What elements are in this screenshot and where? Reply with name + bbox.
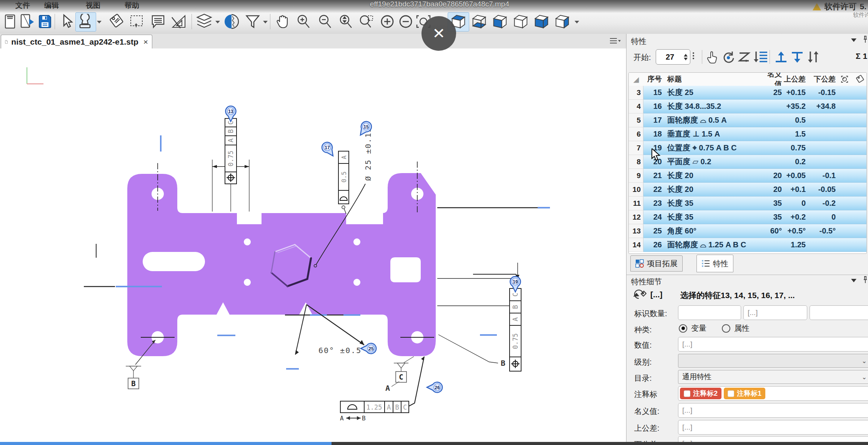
table-row[interactable]: 517面轮廓度 ⌓ 0.5 A0.5	[629, 113, 866, 127]
table-row[interactable]: 416长度 34.8...35.2+35.2+34.8	[629, 100, 866, 113]
balloon-17[interactable]: 17	[320, 140, 337, 159]
table-row[interactable]: 1224长度 3535+0.20	[629, 210, 866, 224]
zoom-in-icon[interactable]	[295, 12, 312, 31]
tag-icon[interactable]	[107, 12, 125, 31]
table-row[interactable]: 618垂直度 ⊥ 1.5 A1.5	[629, 127, 866, 141]
view-cube-iso-icon[interactable]	[553, 12, 571, 31]
row-gutter[interactable]: 12	[629, 210, 643, 224]
balloon-26[interactable]: 26	[427, 382, 442, 393]
select-arrow-icon[interactable]	[58, 12, 76, 31]
view-cube-front-icon[interactable]	[532, 12, 550, 31]
col-lower[interactable]: 下公差	[806, 74, 836, 84]
row-gutter[interactable]: 5	[629, 113, 643, 127]
fcf-position-right[interactable]: C B A 0.75	[510, 288, 521, 371]
comment-icon[interactable]	[149, 12, 167, 31]
minus-icon[interactable]	[397, 12, 415, 31]
cad-viewport[interactable]: C B A 0.75 A 0.5	[0, 48, 626, 445]
view-cube-right-icon[interactable]	[511, 12, 529, 31]
spin-down-icon[interactable]	[684, 58, 688, 60]
table-header[interactable]: ◢ 序号 标题 名义值 上公差 下公差	[629, 73, 866, 86]
tab-characteristics[interactable]: 特性	[696, 255, 733, 272]
table-row[interactable]: 1022长度 2020+0.1-0.05	[629, 183, 866, 197]
row-gutter[interactable]: 8	[629, 155, 643, 169]
plus-icon[interactable]	[378, 12, 396, 31]
sort-updown-icon[interactable]	[806, 50, 820, 64]
zoom-fit-icon[interactable]	[337, 12, 355, 31]
datum-c[interactable]: C	[394, 357, 414, 382]
stamp-icon[interactable]	[76, 12, 94, 31]
table-row[interactable]: 1426面轮廓度 ⌓ 1.25 A B C1.25	[629, 238, 866, 252]
video-close-button[interactable]: ✕	[422, 16, 456, 51]
row-gutter[interactable]: 7	[629, 141, 643, 155]
radio-variable[interactable]: 变量	[679, 323, 706, 333]
checkbox-icon[interactable]	[684, 390, 690, 397]
note-chip-field[interactable]: 注释标2 注释标1	[678, 386, 868, 401]
note-chip-1[interactable]: 注释标1	[724, 388, 765, 399]
note-chip-2[interactable]: 注释标2	[680, 388, 721, 399]
id-count-input-2[interactable]: [...]	[743, 305, 807, 320]
col-title[interactable]: 标题	[662, 74, 760, 84]
table-row[interactable]: 1123长度 35350-0.2	[629, 197, 866, 210]
video-progress-bar[interactable]	[0, 442, 868, 445]
panel-menu-icon[interactable]	[609, 37, 621, 45]
zoom-out-icon[interactable]	[316, 12, 334, 31]
stamp-dropdown-caret[interactable]	[97, 21, 102, 23]
fcf-profile-top[interactable]: A 0.5	[338, 151, 349, 214]
spin-up-icon[interactable]	[684, 54, 688, 57]
nominal-input[interactable]: [...]	[678, 403, 868, 418]
open-document-icon[interactable]	[18, 12, 36, 31]
clip-half-icon[interactable]	[224, 12, 242, 31]
catalog-select[interactable]: 通用特性 ⌄	[678, 370, 868, 384]
view-cube-left-icon[interactable]	[491, 12, 508, 31]
spinner-menu-icon[interactable]	[693, 52, 694, 59]
table-row[interactable]: 1325角度 60°60°+0.5°-0.5°	[629, 224, 866, 238]
layers-dropdown-caret[interactable]	[215, 21, 220, 23]
sort-corner-icon[interactable]: ◢	[629, 75, 643, 84]
tag-filter-icon[interactable]	[853, 75, 866, 84]
upper-input[interactable]: [...]	[678, 420, 868, 435]
fcf-position-top[interactable]: C B A 0.75	[212, 118, 249, 212]
marquee-select-icon[interactable]	[128, 12, 145, 31]
row-gutter[interactable]: 13	[629, 224, 643, 238]
panel-collapse-icon[interactable]	[851, 38, 856, 42]
id-count-input-3[interactable]	[810, 305, 868, 320]
row-gutter[interactable]: 3	[629, 86, 643, 100]
save-icon[interactable]	[36, 12, 54, 31]
detail-pin-icon[interactable]	[863, 276, 868, 284]
filter-icon[interactable]	[244, 12, 262, 31]
tab-close-icon[interactable]: ×	[143, 37, 148, 47]
pick-hand-icon[interactable]	[706, 50, 719, 64]
view-cube-bottom-icon[interactable]	[470, 12, 488, 31]
fcf-profile-bottom[interactable]: 1.25 A B C A B	[340, 357, 424, 422]
selection-tag-icon[interactable]	[633, 288, 646, 301]
col-upper[interactable]: 上公差	[782, 74, 806, 84]
col-seq[interactable]: 序号	[643, 74, 662, 84]
zoom-window-icon[interactable]	[358, 12, 375, 31]
table-row[interactable]: 719位置度 ⌖ 0.75 A B C0.75	[629, 141, 866, 155]
layers-icon[interactable]	[195, 12, 213, 31]
start-spinner[interactable]: 27	[656, 49, 690, 65]
z-order-icon[interactable]	[738, 50, 751, 64]
panel-pin-icon[interactable]	[863, 35, 868, 44]
sort-list-icon[interactable]	[753, 50, 768, 64]
pan-hand-icon[interactable]	[274, 12, 292, 31]
table-row[interactable]: 315长度 2525+0.15-0.15	[629, 86, 866, 100]
row-gutter[interactable]: 9	[629, 169, 643, 183]
balloon-25[interactable]: 25	[361, 343, 376, 354]
value-input[interactable]: [...]	[678, 337, 868, 352]
checkbox-icon[interactable]	[728, 390, 734, 397]
filter-dropdown-caret[interactable]	[263, 21, 268, 23]
lower-tolerance-icon[interactable]	[790, 50, 804, 64]
table-row[interactable]: 921长度 2020+0.05-0.1	[629, 169, 866, 183]
radio-variable-icon[interactable]	[679, 324, 687, 333]
upper-tolerance-icon[interactable]	[774, 50, 788, 64]
new-document-icon[interactable]	[2, 12, 19, 31]
radio-attribute[interactable]: 属性	[722, 323, 750, 333]
measure-icon[interactable]	[170, 12, 188, 31]
level-select[interactable]: ⌄	[678, 354, 868, 368]
rotate-icon[interactable]	[721, 50, 735, 64]
row-gutter[interactable]: 4	[629, 100, 643, 113]
row-gutter[interactable]: 11	[629, 197, 643, 210]
part-body[interactable]	[127, 173, 436, 356]
id-count-input-1[interactable]	[678, 305, 741, 320]
